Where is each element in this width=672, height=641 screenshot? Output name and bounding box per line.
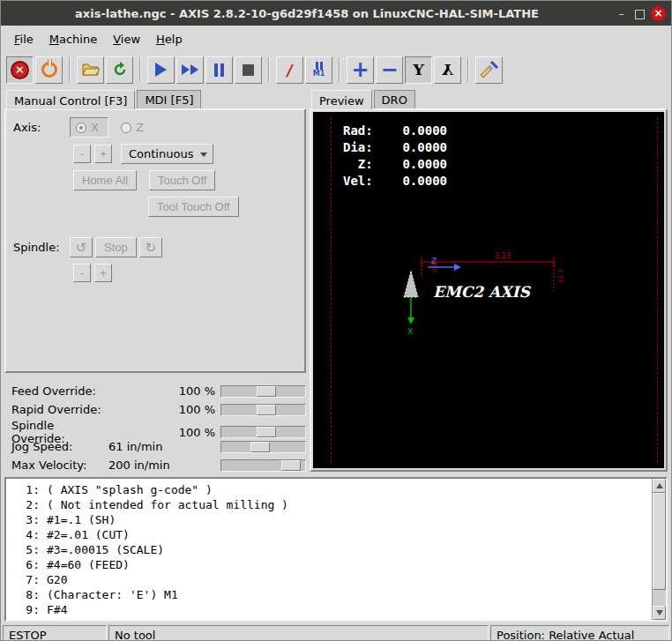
tab-dro[interactable]: DRO <box>374 90 415 108</box>
close-button[interactable]: × <box>651 6 666 21</box>
preview-panel: Rad: 0.0000 Dia: 0.0000 Z: 0.0000 Vel: 0… <box>310 108 668 472</box>
toolbar-separator <box>268 57 270 82</box>
minimize-button[interactable]: – <box>614 6 629 21</box>
gcode-line[interactable]: 8:(Character: 'E') M1 <box>6 587 648 602</box>
dro-z: Z: 0.0000 <box>343 156 447 173</box>
scroll-up-button[interactable] <box>653 479 666 493</box>
axis-x-radio[interactable]: X <box>70 117 108 138</box>
estop-button[interactable]: × <box>6 56 34 84</box>
tab-mdi[interactable]: MDI [F5] <box>137 90 201 108</box>
spindle-stop-button[interactable]: Stop <box>95 237 137 257</box>
skip-lines-slash-icon: / <box>285 61 295 79</box>
toolbar-separator <box>467 57 469 82</box>
open-file-button[interactable] <box>77 56 104 84</box>
gcode-line-number: 3: <box>6 512 47 527</box>
zoom-in-button[interactable]: + <box>347 56 374 84</box>
view-y-button[interactable]: Y <box>405 56 432 84</box>
gcode-line-text: #3=.00015 (SCALE) <box>47 542 648 557</box>
radio-icon <box>121 123 131 133</box>
tab-preview[interactable]: Preview <box>311 90 372 109</box>
tab-manual-control[interactable]: Manual Control [F3] <box>6 90 135 109</box>
spindle-override-slider[interactable] <box>220 426 306 438</box>
gcode-line-number: 8: <box>6 587 47 602</box>
view-y-flipped-button[interactable]: Y <box>434 56 461 84</box>
menu-machine[interactable]: Machine <box>41 28 105 50</box>
jog-minus-button[interactable]: - <box>73 145 91 163</box>
jog-speed-value: 61 in/min <box>108 440 220 453</box>
gcode-line-text: ( Not intended for actual milling ) <box>47 497 648 512</box>
scroll-down-button[interactable] <box>653 606 666 620</box>
slider-handle[interactable] <box>257 405 276 415</box>
max-velocity-label: Max Velocity: <box>11 458 108 472</box>
step-button[interactable] <box>176 56 204 84</box>
machine-power-button[interactable] <box>35 56 63 84</box>
menu-help[interactable]: Help <box>148 28 190 50</box>
toolbar-separator <box>139 57 141 82</box>
axis-row: Axis: X Z <box>13 117 297 138</box>
clear-plot-button[interactable] <box>475 56 503 84</box>
dro-readout: Rad: 0.0000 Dia: 0.0000 Z: 0.0000 Vel: 0… <box>343 123 447 190</box>
menubar: File Machine View Help <box>1 26 671 52</box>
gcode-line-number: 9: <box>6 602 47 617</box>
jog-mode-value: Continuous <box>129 147 193 160</box>
jog-mode-dropdown[interactable]: Continuous <box>121 144 213 164</box>
app-window: axis-lathe.ngc - AXIS 2.8.2-10-g6d29f145… <box>0 0 672 641</box>
spindle-plus-button[interactable]: + <box>94 264 112 282</box>
spindle-forward-button[interactable]: ↻ <box>139 237 162 257</box>
slider-handle[interactable] <box>257 427 276 437</box>
gcode-line[interactable]: 1:( AXIS "splash g-code" ) <box>6 482 648 497</box>
scrollbar-thumb[interactable] <box>653 493 666 590</box>
home-all-button[interactable]: Home All <box>73 170 137 190</box>
slider-handle[interactable] <box>250 442 270 452</box>
gcode-line[interactable]: 5:#3=.00015 (SCALE) <box>6 542 648 557</box>
gcode-line[interactable]: 3:#1=.1 (SH) <box>6 512 648 527</box>
reload-button[interactable] <box>106 56 133 84</box>
gcode-line-text: G20 <box>47 572 648 587</box>
spindle-row: Spindle: ↺ Stop ↻ <box>13 237 297 257</box>
feed-override-slider[interactable] <box>220 385 306 398</box>
rapid-override-label: Rapid Override: <box>11 403 108 416</box>
gcode-line[interactable]: 9:F#4 <box>6 602 648 617</box>
axis-z-marker: Z <box>431 257 437 265</box>
rapid-override-slider[interactable] <box>220 404 306 416</box>
touch-off-button[interactable]: Touch Off <box>149 170 215 190</box>
axis-z-radio[interactable]: Z <box>121 121 144 134</box>
jog-plus-button[interactable]: + <box>94 145 112 163</box>
axis-z-label: Z <box>136 121 144 134</box>
preview-canvas[interactable]: Rad: 0.0000 Dia: 0.0000 Z: 0.0000 Vel: 0… <box>313 112 664 468</box>
gcode-line[interactable]: 6:#4=60 (FEED) <box>6 557 648 572</box>
gcode-scrollbar[interactable] <box>652 479 666 620</box>
optional-pause-button[interactable]: M1 <box>305 56 332 84</box>
skip-lines-button[interactable]: / <box>276 56 303 84</box>
menu-file[interactable]: File <box>6 28 41 50</box>
menu-view[interactable]: View <box>105 28 148 50</box>
jog-speed-slider[interactable] <box>220 441 306 453</box>
pause-button[interactable] <box>205 56 233 84</box>
dro-vel: Vel: 0.0000 <box>343 173 447 190</box>
manual-control-panel: Axis: X Z - + Continuous <box>4 108 306 373</box>
reload-icon <box>112 62 128 78</box>
left-tabrow: Manual Control [F3] MDI [F5] <box>4 87 306 108</box>
feed-override-row: Feed Override: 100 % <box>11 382 306 400</box>
spindle-label: Spindle: <box>13 241 70 254</box>
zoom-out-button[interactable]: − <box>376 56 403 84</box>
gcode-line[interactable]: 2:( Not intended for actual milling ) <box>6 497 648 512</box>
gcode-line-text: F#4 <box>47 602 648 617</box>
stop-icon <box>243 64 254 76</box>
max-velocity-slider[interactable] <box>220 459 306 472</box>
stop-button[interactable] <box>235 56 262 84</box>
gcode-line[interactable]: 7:G20 <box>6 572 648 587</box>
spindle-minus-button[interactable]: - <box>73 264 91 282</box>
slider-handle[interactable] <box>257 386 276 397</box>
maximize-button[interactable] <box>635 10 645 19</box>
dro-rad: Rad: 0.0000 <box>343 123 447 139</box>
run-button[interactable] <box>147 56 175 84</box>
max-velocity-value: 200 in/min <box>108 458 220 472</box>
view-y-icon: Y <box>413 61 423 78</box>
tool-touch-off-button[interactable]: Tool Touch Off <box>148 197 239 217</box>
status-estop: ESTOP <box>3 625 107 641</box>
gcode-line-number: 6: <box>6 557 47 572</box>
slider-handle[interactable] <box>281 460 301 471</box>
spindle-reverse-button[interactable]: ↺ <box>70 237 93 257</box>
gcode-line[interactable]: 4:#2=.01 (CUT) <box>6 527 648 542</box>
